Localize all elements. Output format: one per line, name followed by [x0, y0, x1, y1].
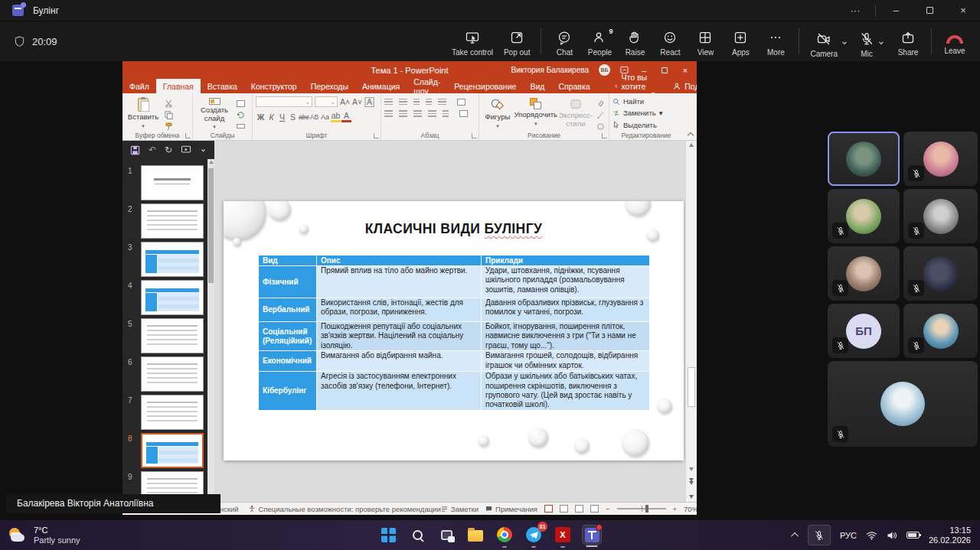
slide-thumbnail-5[interactable]: 5	[122, 318, 207, 353]
quick-styles-button[interactable]: Экспресс-стили	[559, 96, 593, 130]
ribbon-display-options-icon[interactable]	[620, 66, 629, 74]
slide-scrollbar[interactable]	[685, 141, 697, 502]
people-button[interactable]: 9 People	[582, 21, 617, 61]
chat-button[interactable]: Chat	[547, 21, 582, 61]
tab-design[interactable]: Конструктор	[244, 79, 304, 93]
participant-tile[interactable]	[828, 189, 900, 243]
task-view-button[interactable]	[436, 525, 456, 545]
participant-tile[interactable]	[903, 304, 978, 358]
arrange-button[interactable]: Упорядочить ▾	[515, 96, 557, 130]
clipboard-dialog-launcher[interactable]	[185, 133, 191, 138]
hidden-icons-chevron[interactable]	[791, 532, 799, 540]
participant-tile-wide[interactable]	[828, 361, 978, 447]
search-button[interactable]	[407, 525, 427, 545]
slide-sorter-view-button[interactable]	[560, 505, 568, 513]
tab-help[interactable]: Справка	[551, 79, 596, 93]
taskbar-clock[interactable]: 13:15 26.02.2026	[929, 526, 971, 545]
tab-view[interactable]: Вид	[523, 79, 551, 93]
scroll-up-arrow[interactable]	[209, 161, 214, 164]
shape-outline-button[interactable]	[595, 111, 606, 119]
paste-button[interactable]: Вставить ▾	[126, 96, 161, 130]
shape-fill-button[interactable]	[595, 99, 606, 108]
telegram-button[interactable]: 31	[524, 525, 544, 545]
notes-button[interactable]: Заметки	[441, 505, 479, 513]
file-explorer-button[interactable]	[466, 525, 485, 545]
grow-font-button[interactable]: A˄	[340, 97, 350, 106]
slide-thumbnail-1[interactable]: 1	[122, 165, 207, 200]
ppt-minimize-button[interactable]: –	[639, 66, 649, 75]
shrink-font-button[interactable]: A˅	[352, 97, 362, 106]
text-direction-button[interactable]	[457, 99, 466, 106]
shape-effects-button[interactable]	[595, 122, 606, 131]
keyboard-language[interactable]: РУС	[840, 531, 857, 540]
tab-animations[interactable]: Анимация	[355, 79, 407, 93]
scrollbar-thumb[interactable]	[208, 168, 214, 283]
previous-slide-button[interactable]	[689, 481, 694, 485]
slide-layout-button[interactable]	[235, 99, 246, 108]
scrollbar-thumb[interactable]	[688, 367, 695, 407]
pdf-app-button[interactable]: X	[553, 525, 573, 545]
undo-button[interactable]: ↶	[149, 145, 156, 155]
zoom-out-button[interactable]: −	[606, 505, 610, 513]
ppt-account-name[interactable]: Виктория Балакирева	[511, 66, 589, 74]
slide-thumbnail-7[interactable]: 7	[122, 395, 207, 430]
drawing-dialog-launcher[interactable]	[602, 133, 607, 138]
minimize-button[interactable]: –	[879, 0, 913, 21]
tab-review[interactable]: Рецензирование	[447, 79, 523, 93]
format-painter-button[interactable]	[163, 122, 174, 131]
find-button[interactable]: Найти	[612, 96, 680, 106]
justify-button[interactable]	[428, 110, 436, 117]
text-shadow-button[interactable]: S	[288, 112, 298, 122]
slide-thumbnail-6[interactable]: 6	[122, 356, 207, 392]
react-button[interactable]: React	[652, 21, 688, 61]
close-button[interactable]: ×	[946, 0, 980, 21]
columns-button[interactable]	[443, 110, 449, 117]
current-slide[interactable]: КЛАСИЧНІ ВИДИ БУЛІНГУ Вид Опис Приклади …	[224, 201, 684, 461]
participant-tile[interactable]	[903, 189, 978, 243]
take-control-button[interactable]: Take control	[446, 21, 498, 61]
new-slide-button[interactable]: Создать слайд ▾	[196, 96, 233, 130]
line-spacing-button[interactable]	[438, 99, 446, 106]
tab-home[interactable]: Главная	[156, 79, 201, 93]
align-right-button[interactable]	[413, 110, 422, 117]
tray-mic-muted-button[interactable]	[808, 525, 831, 545]
character-spacing-button[interactable]: АВ	[309, 113, 319, 121]
font-dialog-launcher[interactable]	[374, 133, 379, 138]
participant-tile[interactable]	[828, 246, 900, 301]
highlight-color-button[interactable]: ab	[331, 111, 341, 122]
camera-chevron-icon[interactable]	[841, 39, 848, 47]
font-size-dropdown[interactable]: ⌄	[315, 96, 338, 107]
replace-button[interactable]: Заменить ▾	[612, 108, 680, 118]
mic-chevron-icon[interactable]	[877, 39, 885, 47]
zoom-level[interactable]: 70%	[684, 505, 697, 513]
reset-slide-button[interactable]	[235, 111, 246, 119]
change-case-button[interactable]: Аа	[320, 113, 330, 121]
qat-customize-chevron-icon[interactable]	[200, 147, 207, 154]
shapes-button[interactable]: Фигуры ▾	[482, 96, 513, 130]
save-button[interactable]	[130, 145, 140, 155]
participant-tile[interactable]	[903, 132, 978, 186]
underline-button[interactable]: Ч	[277, 112, 287, 122]
align-center-button[interactable]	[399, 110, 407, 117]
normal-view-button[interactable]	[544, 505, 553, 513]
participant-tile-active-speaker[interactable]	[828, 132, 900, 186]
reading-view-button[interactable]	[575, 505, 583, 513]
slide-thumbnail-3[interactable]: 3	[122, 242, 207, 277]
zoom-slider-thumb[interactable]	[645, 505, 648, 513]
participant-tile[interactable]	[903, 246, 978, 301]
apps-button[interactable]: Apps	[723, 21, 758, 61]
tab-insert[interactable]: Вставка	[201, 79, 244, 93]
paragraph-dialog-launcher[interactable]	[472, 133, 477, 138]
participant-tile[interactable]: БП	[828, 304, 900, 358]
font-color-button[interactable]: A	[341, 111, 351, 122]
select-button[interactable]: Выделить	[612, 120, 680, 130]
ppt-share-button[interactable]: Поделиться	[666, 79, 697, 93]
leave-button[interactable]: Leave	[937, 21, 972, 61]
pop-out-button[interactable]: Pop out	[498, 21, 535, 61]
camera-button[interactable]: Camera	[810, 28, 838, 58]
scroll-down-arrow[interactable]	[689, 467, 694, 471]
increase-indent-button[interactable]	[426, 99, 432, 106]
collapse-ribbon-button[interactable]	[688, 132, 694, 138]
ppt-restore-button[interactable]	[659, 66, 670, 75]
accessibility-checker[interactable]: Специальные возможности: проверьте реком…	[248, 505, 441, 513]
